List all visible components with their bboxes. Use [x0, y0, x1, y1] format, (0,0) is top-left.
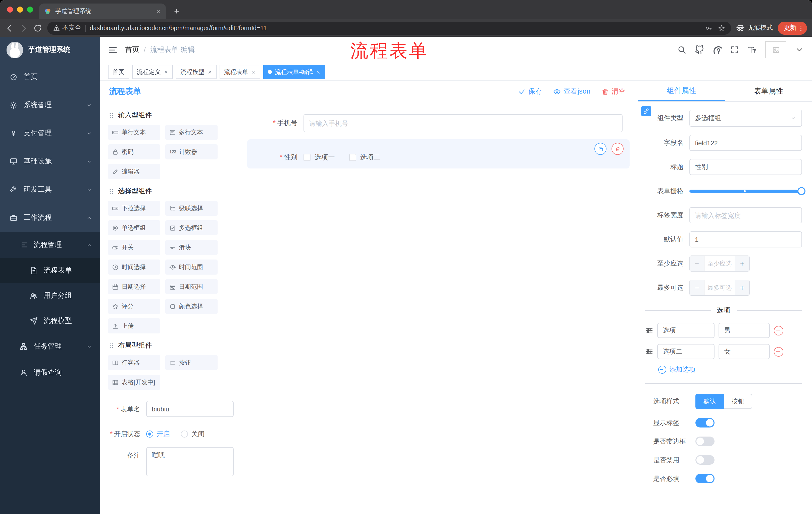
minus-button[interactable]: − — [690, 280, 704, 295]
palette-item-rate[interactable]: 评分 — [108, 299, 160, 314]
option-1-name-input[interactable] — [657, 323, 715, 338]
palette-item-row-container[interactable]: 行容器 — [108, 355, 160, 370]
status-on-radio[interactable]: 开启 — [146, 430, 170, 438]
phone-input[interactable] — [303, 114, 622, 132]
style-default-button[interactable]: 默认 — [695, 394, 724, 409]
min-select-stepper[interactable]: − 至少应选 + — [689, 255, 750, 272]
sidebar-item-home[interactable]: 首页 — [0, 63, 100, 91]
palette-item-date-range[interactable]: 日期范围 — [165, 279, 218, 294]
breadcrumb-home[interactable]: 首页 — [125, 45, 139, 54]
palette-item-cascade[interactable]: 级联选择 — [165, 201, 218, 216]
palette-item-password[interactable]: 密码 — [108, 144, 160, 159]
plus-button[interactable]: + — [735, 256, 749, 271]
palette-item-time[interactable]: 时间选择 — [108, 260, 160, 275]
sidebar-item-leave-query[interactable]: 请假查询 — [0, 360, 100, 386]
minimize-window-button[interactable] — [17, 6, 23, 12]
security-chip[interactable]: 不安全 — [53, 24, 81, 32]
sidebar-item-payment[interactable]: ¥ 支付管理 — [0, 119, 100, 147]
status-off-radio[interactable]: 关闭 — [181, 430, 204, 438]
option-1-value-input[interactable] — [719, 323, 770, 338]
option-drag-icon[interactable] — [645, 326, 653, 334]
close-icon[interactable] — [251, 70, 256, 74]
palette-item-checkbox-group[interactable]: 多选框组 — [165, 220, 218, 235]
with-border-toggle[interactable] — [695, 437, 715, 446]
style-button-button[interactable]: 按钮 — [724, 394, 752, 409]
component-type-select[interactable]: 多选框组 — [689, 110, 802, 127]
max-select-stepper[interactable]: − 最多可选 + — [689, 280, 750, 296]
form-canvas[interactable]: *手机号 — [241, 102, 638, 514]
new-tab-button[interactable] — [170, 4, 183, 18]
close-window-button[interactable] — [7, 6, 13, 12]
max-select-value[interactable]: 最多可选 — [704, 280, 735, 295]
canvas-field-gender-selected[interactable]: *性别 选项一 选项二 — [247, 139, 630, 168]
delete-component-button[interactable] — [611, 143, 624, 155]
bookmark-star-icon[interactable] — [718, 24, 725, 31]
label-width-input[interactable] — [689, 207, 802, 223]
tab-close-icon[interactable] — [156, 9, 161, 13]
show-label-toggle[interactable] — [695, 418, 715, 428]
browser-tab[interactable]: 芋道管理系统 — [39, 3, 166, 19]
gender-option-1-checkbox[interactable]: 选项一 — [303, 153, 335, 162]
gender-option-2-checkbox[interactable]: 选项二 — [349, 153, 380, 162]
tag-process-form[interactable]: 流程表单 — [220, 65, 260, 79]
remove-option-icon[interactable] — [774, 326, 783, 335]
palette-item-multi-text[interactable]: 多行文本 — [165, 125, 218, 140]
save-button[interactable]: 保存 — [518, 87, 543, 96]
question-icon[interactable] — [713, 45, 722, 54]
option-2-name-input[interactable] — [657, 344, 715, 359]
palette-item-slider[interactable]: 滑块 — [165, 240, 218, 255]
add-option-button[interactable]: 添加选项 — [658, 365, 802, 374]
tag-process-model[interactable]: 流程模型 — [176, 65, 216, 79]
canvas-field-phone[interactable]: *手机号 — [247, 114, 622, 132]
palette-item-select[interactable]: 下拉选择 — [108, 201, 160, 216]
palette-item-table[interactable]: 表格[开发中] — [108, 375, 160, 390]
palette-item-single-text[interactable]: 单行文本 — [108, 125, 160, 140]
tab-form-props[interactable]: 表单属性 — [725, 81, 812, 101]
option-2-value-input[interactable] — [719, 344, 770, 359]
zoom-window-button[interactable] — [27, 6, 33, 12]
forward-icon[interactable] — [19, 23, 28, 32]
font-size-icon[interactable] — [748, 45, 757, 54]
slider-handle[interactable] — [798, 187, 806, 195]
sidebar-item-devtools[interactable]: 研发工具 — [0, 175, 100, 204]
form-grid-slider[interactable] — [689, 183, 802, 199]
reload-icon[interactable] — [33, 23, 42, 32]
sidebar-item-workflow[interactable]: 工作流程 — [0, 204, 100, 232]
palette-item-upload[interactable]: 上传 — [108, 318, 160, 333]
github-icon[interactable] — [695, 45, 704, 54]
title-input[interactable] — [689, 159, 802, 175]
user-avatar[interactable] — [765, 41, 786, 58]
palette-item-color[interactable]: 颜色选择 — [165, 299, 218, 314]
form-name-input[interactable] — [146, 401, 234, 417]
browser-update-button[interactable]: 更新 — [778, 21, 807, 34]
palette-item-switch[interactable]: 开关 — [108, 240, 160, 255]
url-bar[interactable]: 不安全 dashboard.yudao.iocoder.cn/bpm/manag… — [47, 21, 731, 34]
sidebar-item-task-mgmt[interactable]: 任务管理 — [0, 333, 100, 360]
form-remark-textarea[interactable]: 嘿嘿 — [146, 447, 234, 476]
palette-item-radio-group[interactable]: 单选框组 — [108, 220, 160, 235]
tag-process-definition[interactable]: 流程定义 — [132, 65, 173, 79]
search-icon[interactable] — [677, 45, 686, 54]
close-icon[interactable] — [207, 70, 212, 74]
minus-button[interactable]: − — [690, 256, 704, 271]
sidebar-item-system[interactable]: 系统管理 — [0, 91, 100, 119]
sidebar-item-process-mgmt[interactable]: 流程管理 — [0, 232, 100, 258]
browser-menu-dots-icon[interactable] — [798, 24, 805, 31]
palette-item-date[interactable]: 日期选择 — [108, 279, 160, 294]
remove-option-icon[interactable] — [774, 347, 783, 356]
avatar-caret-icon[interactable] — [795, 45, 804, 54]
close-icon[interactable] — [316, 70, 321, 74]
sidebar-item-infra[interactable]: 基础设施 — [0, 147, 100, 175]
default-value-input[interactable] — [689, 231, 802, 247]
tag-home[interactable]: 首页 — [108, 65, 129, 79]
tab-component-props[interactable]: 组件属性 — [638, 81, 725, 101]
sidebar-item-process-model[interactable]: 流程模型 — [0, 308, 100, 333]
palette-item-counter[interactable]: 123 计数器 — [165, 144, 218, 159]
fullscreen-icon[interactable] — [730, 45, 739, 54]
view-json-button[interactable]: 查看json — [553, 87, 590, 96]
close-icon[interactable] — [164, 70, 168, 74]
palette-item-editor[interactable]: 编辑器 — [108, 164, 160, 179]
min-select-value[interactable]: 至少应选 — [704, 256, 735, 271]
hamburger-icon[interactable] — [108, 45, 118, 55]
option-drag-icon[interactable] — [645, 348, 653, 356]
